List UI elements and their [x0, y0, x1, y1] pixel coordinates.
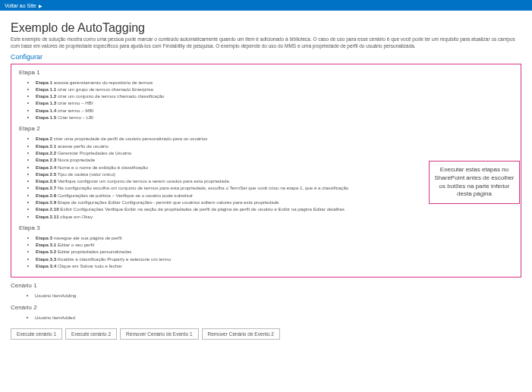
stage-3-list: Etapa 3 navegue até sua página de perfil… — [36, 234, 521, 269]
page-title: Exemplo de AutoTagging — [11, 21, 521, 35]
list-item: Etapa 1 acesse gerenciamento do repositó… — [36, 79, 521, 86]
remove-event-scenario-1-button[interactable]: Remover Cenário de Evento 1 — [120, 328, 198, 340]
list-item: Etapa 3.1 Editar o seu perfil — [36, 241, 521, 248]
scenario-2-heading: Cenário 2 — [11, 304, 521, 311]
page-body: Exemplo de AutoTagging Este exemplo de s… — [0, 11, 532, 347]
scenario-2-list: Usuário ItemAdded — [35, 314, 521, 321]
caret-right-icon: ▶ — [39, 3, 42, 8]
list-item: Etapa 1.3 criar termo – HBI — [36, 99, 521, 106]
list-item: Etapa 3.2 Editar propriedades personaliz… — [36, 248, 521, 255]
list-item: Etapa 1.4 criar termo – MBI — [36, 107, 521, 114]
stage-1-list: Etapa 1 acesse gerenciamento do repositó… — [36, 79, 521, 121]
list-item: Etapa 2.2 Gerenciar Propriedades de Usuá… — [36, 149, 521, 156]
stage-1-heading: Etapa 1 — [19, 69, 521, 76]
back-to-site-link[interactable]: Voltar ao Site ▶ — [5, 3, 42, 8]
stage-3-heading: Etapa 3 — [19, 224, 521, 231]
list-item: Usuário ItemAdding — [35, 292, 521, 299]
stage-2-heading: Etapa 2 — [19, 125, 521, 132]
list-item: Etapa 1.1 criar um grupo de termos chama… — [36, 86, 521, 93]
list-item: Etapa 2.11 clique em Okey — [36, 213, 521, 220]
list-item: Etapa 3.4 Clique em Salvar tudo e fechar — [36, 262, 521, 269]
execute-scenario-2-button[interactable]: Execute cenário 2 — [65, 328, 117, 340]
list-item: Etapa 2.1 acesse perfis de usuário — [36, 143, 521, 149]
list-item: Etapa 3.3 Atualize a classificação Prope… — [36, 256, 521, 262]
page-description: Este exemplo de solução mostra como uma … — [11, 36, 519, 50]
list-item: Etapa 1.5 Criar termo – LBI — [36, 114, 521, 121]
top-bar: Voltar ao Site ▶ — [0, 0, 532, 11]
list-item: Etapa 3 navegue até sua página de perfil — [36, 234, 521, 241]
back-to-site-label: Voltar ao Site — [5, 3, 36, 8]
scenario-1-heading: Cenário 1 — [11, 282, 521, 289]
scenario-1-list: Usuário ItemAdding — [35, 292, 521, 299]
button-row: Execute cenário 1 Execute cenário 2 Remo… — [11, 328, 521, 340]
remove-event-scenario-2-button[interactable]: Remover Cenário de Evento 2 — [202, 328, 280, 340]
execute-scenario-1-button[interactable]: Execute cenário 1 — [11, 328, 62, 340]
list-item: Etapa 1.2 criar um conjunto de termos ch… — [36, 93, 521, 99]
configure-heading: Configurar — [11, 53, 521, 61]
callout-box: Executar estas etapas no SharePoint ante… — [429, 161, 520, 204]
list-item: Etapa 2.10 Exibir Configurações Verifiqu… — [36, 205, 521, 212]
list-item: Etapa 2 criar uma propriedade de perfil … — [36, 135, 521, 142]
list-item: Usuário ItemAdded — [35, 314, 521, 321]
